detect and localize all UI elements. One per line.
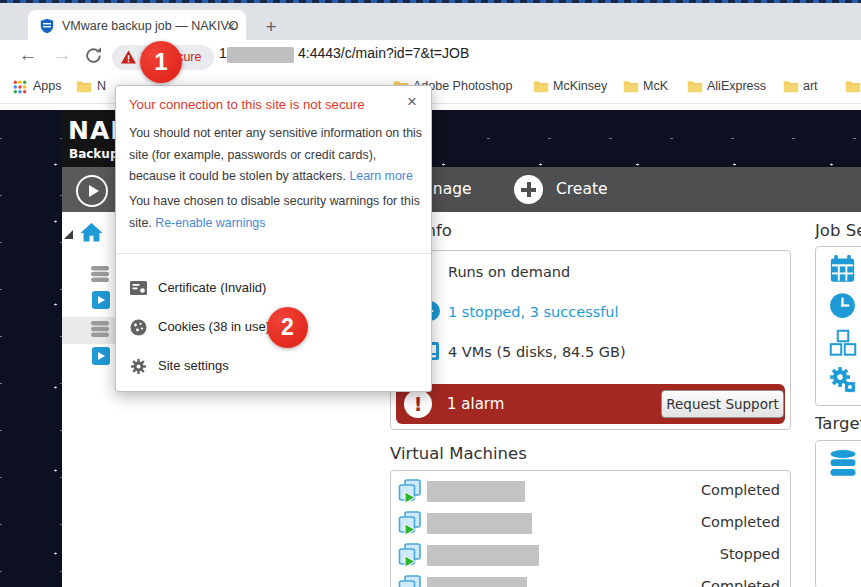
popup-warning-note: You have chosen to disable security warn… (129, 191, 423, 234)
tab-close-icon[interactable]: × (222, 17, 240, 35)
vm-icon (398, 511, 422, 536)
schedule-icon[interactable] (829, 255, 856, 283)
tree-expander-icon[interactable] (64, 230, 73, 239)
vm-icon (398, 479, 422, 504)
bookmark-item[interactable]: McK (643, 79, 668, 93)
site-security-popup: × Your connection to this site is not se… (115, 85, 432, 392)
new-tab-button[interactable]: + (258, 14, 284, 40)
popup-body: You should not enter any sensitive infor… (129, 123, 423, 188)
vm-row[interactable]: Completed (391, 477, 790, 507)
cookie-icon (130, 319, 147, 336)
bookmark-item[interactable]: AliExpress (707, 79, 766, 93)
target-storage-heading: Target Storage (815, 414, 861, 433)
job-settings-panel (815, 246, 861, 406)
apps-grid-icon[interactable] (13, 80, 27, 94)
bookmark-item[interactable]: art (803, 79, 818, 93)
virtual-machines-heading: Virtual Machines (390, 444, 527, 463)
job-schedule: Runs on demand (448, 264, 570, 280)
bookmark-item[interactable]: N (97, 79, 106, 93)
annotation-badge-1: 1 (140, 41, 182, 83)
folder-icon (845, 80, 861, 93)
browser-toolbar: ← → Not secure 1 4:4443/c/main?id=7&t=JO… (0, 40, 861, 72)
browser-tab[interactable]: VMware backup job — NAKIVO B × (28, 10, 246, 43)
nakivo-favicon-icon (39, 18, 55, 34)
vm-name-redacted (427, 513, 532, 534)
forward-button[interactable]: → (50, 43, 74, 67)
gear-icon (130, 358, 147, 375)
vm-status: Completed (701, 482, 780, 498)
vm-status: Completed (701, 514, 780, 530)
folder-icon (533, 80, 549, 93)
run-job-block (62, 167, 119, 212)
url-redacted-segment (227, 47, 294, 63)
vm-icon (398, 543, 422, 568)
back-button[interactable]: ← (16, 43, 40, 67)
reload-button[interactable] (84, 46, 103, 65)
vm-panel: Completed Completed Stopped Completed (390, 470, 791, 587)
job-item-icon[interactable] (92, 347, 110, 365)
vm-summary: 4 VMs (5 disks, 84.5 GB) (448, 344, 626, 360)
vm-name-redacted (427, 577, 527, 587)
play-icon (89, 185, 99, 197)
request-support-button[interactable]: Request Support (661, 390, 784, 418)
create-plus-icon[interactable] (514, 175, 543, 204)
vm-row[interactable]: Completed (391, 573, 790, 587)
job-settings-heading: Job Settings (815, 221, 861, 240)
job-group-icon[interactable] (90, 320, 110, 338)
vm-row[interactable]: Completed (391, 509, 790, 539)
options-gears-icon[interactable] (829, 366, 857, 394)
job-info-panel: Runs on demand 1 stopped, 3 successful 4… (390, 250, 791, 430)
apps-label[interactable]: Apps (33, 79, 62, 93)
folder-icon (687, 80, 703, 93)
menu-item-site-settings[interactable]: Site settings (116, 354, 431, 380)
nav-create[interactable]: Create (556, 180, 608, 198)
vm-status: Completed (701, 578, 780, 587)
repository-database-icon[interactable] (828, 449, 858, 479)
alarm-exclamation-icon: ! (404, 390, 432, 418)
vm-status: Stopped (720, 546, 780, 562)
vm-icon (398, 575, 422, 587)
bookmark-item[interactable]: McKinsey (553, 79, 607, 93)
alarm-bar: ! 1 alarm Request Support (396, 384, 785, 424)
popup-divider (116, 253, 431, 254)
alarm-label: 1 alarm (447, 395, 504, 413)
folder-icon (623, 80, 639, 93)
folder-icon (783, 80, 799, 93)
starfield-left-column (0, 167, 62, 587)
learn-more-link[interactable]: Learn more (349, 169, 412, 183)
annotation-badge-2: 2 (267, 307, 308, 348)
menu-item-certificate[interactable]: Certificate (Invalid) (116, 276, 431, 302)
menu-item-label: Certificate (Invalid) (158, 280, 266, 295)
warning-triangle-icon (121, 50, 136, 64)
home-icon[interactable] (80, 221, 103, 243)
job-item-icon[interactable] (92, 291, 110, 309)
retention-clock-icon[interactable] (829, 292, 856, 319)
target-storage-panel (815, 440, 861, 587)
tab-strip: VMware backup job — NAKIVO B × + (0, 3, 861, 40)
vm-name-redacted (427, 481, 525, 502)
url-text[interactable]: 1 (219, 45, 227, 61)
app-aware-cubes-icon[interactable] (829, 329, 857, 357)
vm-row[interactable]: Stopped (391, 541, 790, 571)
screenshot-root: NAKIVO Backup & Replication Manage Creat… (0, 0, 861, 587)
run-job-button[interactable] (76, 175, 108, 207)
vm-name-redacted (427, 545, 539, 566)
job-group-icon[interactable] (90, 265, 110, 283)
folder-icon (76, 80, 92, 93)
certificate-icon (130, 280, 147, 297)
menu-item-label: Site settings (158, 358, 229, 373)
url-text[interactable]: 4:4443/c/main?id=7&t=JOB (298, 45, 469, 61)
tab-title: VMware backup job — NAKIVO B (62, 19, 238, 35)
menu-item-label: Cookies (38 in use) (158, 319, 270, 334)
reenable-warnings-link[interactable]: Re-enable warnings (155, 216, 265, 230)
popup-title: Your connection to this site is not secu… (129, 97, 419, 112)
runs-summary-link[interactable]: 1 stopped, 3 successful (448, 304, 619, 320)
